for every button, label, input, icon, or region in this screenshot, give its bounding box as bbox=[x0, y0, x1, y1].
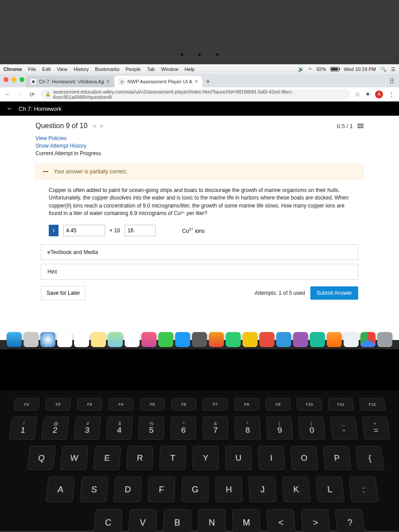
key-d: D bbox=[113, 477, 142, 502]
close-tab-icon[interactable]: × bbox=[195, 78, 198, 85]
tab-assessment[interactable]: ⊝ NWP Assessment Player UI A × bbox=[114, 76, 203, 87]
key-f5: F5 bbox=[140, 398, 165, 411]
address-bar[interactable]: 🔒 assessment.education.wiley.com/was/ui/… bbox=[41, 89, 350, 100]
bookmark-icon[interactable]: ☆ bbox=[354, 90, 360, 98]
tab-overflow-icon[interactable]: ⠿ bbox=[385, 75, 399, 87]
maximize-window-icon[interactable] bbox=[20, 77, 24, 82]
dock-finder-icon[interactable] bbox=[7, 332, 22, 347]
siri-icon[interactable]: ☰ bbox=[391, 66, 395, 72]
key-f10: F10 bbox=[296, 398, 322, 411]
key-?: ? bbox=[335, 509, 365, 532]
key-o: O bbox=[290, 446, 318, 470]
next-question-button[interactable]: > bbox=[100, 123, 103, 129]
battery-icon[interactable] bbox=[330, 67, 339, 71]
question-prompt: Copper is often added to paint for ocean… bbox=[49, 187, 350, 218]
menu-file[interactable]: File bbox=[28, 66, 36, 72]
chrome-window: ✱ Ch 7: Homework: Viridiana Ag × ⊝ NWP A… bbox=[0, 74, 399, 340]
answer-row: i × 10 Cu2+ ions bbox=[49, 225, 350, 236]
dock-app-icon[interactable] bbox=[209, 332, 224, 347]
key-f11: F11 bbox=[328, 398, 354, 411]
volume-icon[interactable]: 🔊 bbox=[298, 66, 304, 72]
wifi-icon[interactable]: ⌔ bbox=[309, 66, 312, 72]
dock-music-icon[interactable] bbox=[141, 332, 156, 347]
key-5: %5 bbox=[138, 417, 164, 440]
dock-app-icon[interactable] bbox=[344, 332, 359, 347]
close-tab-icon[interactable]: × bbox=[107, 78, 110, 85]
dock-appstore-icon[interactable] bbox=[175, 332, 190, 347]
extension-badge-icon[interactable]: A bbox=[375, 90, 383, 98]
dock-app-icon[interactable] bbox=[293, 332, 308, 347]
attempt-history-link[interactable]: Show Attempt History bbox=[35, 143, 364, 149]
dock-reminders-icon[interactable] bbox=[74, 332, 89, 347]
dock-calendar-icon[interactable] bbox=[57, 332, 72, 347]
back-button[interactable]: ← bbox=[4, 91, 12, 98]
clock[interactable]: Wed 10:19 PM bbox=[344, 66, 376, 72]
app-menu[interactable]: Chrome bbox=[4, 66, 22, 72]
key-p: P bbox=[323, 446, 352, 470]
menu-view[interactable]: View bbox=[57, 66, 67, 72]
dock-app-icon[interactable] bbox=[226, 332, 241, 347]
dock-chrome-icon[interactable] bbox=[360, 332, 376, 347]
app-header: ← Ch 7: Homework bbox=[0, 102, 399, 116]
forward-button[interactable]: → bbox=[16, 91, 24, 98]
menu-bookmarks[interactable]: Bookmarks bbox=[95, 66, 119, 72]
extensions-icon[interactable]: ✦ bbox=[365, 90, 371, 98]
menu-edit[interactable]: Edit bbox=[42, 66, 51, 72]
dock-app-icon[interactable] bbox=[259, 332, 274, 347]
submit-answer-button[interactable]: Submit Answer bbox=[310, 286, 358, 300]
menu-status: 🔊 ⌔ 92% Wed 10:19 PM 🔍 ☰ bbox=[298, 66, 395, 72]
key-f: F bbox=[148, 477, 176, 502]
question-list-icon[interactable] bbox=[357, 124, 364, 128]
new-tab-button[interactable]: + bbox=[202, 76, 213, 87]
menu-help[interactable]: Help bbox=[184, 66, 195, 72]
spotlight-icon[interactable]: 🔍 bbox=[380, 66, 387, 72]
chrome-menu-icon[interactable]: ⋮ bbox=[387, 91, 395, 98]
dock-maps-icon[interactable] bbox=[108, 332, 123, 347]
dock-trash-icon[interactable] bbox=[377, 332, 392, 347]
menu-items: Chrome File Edit View History Bookmarks … bbox=[4, 66, 195, 72]
key-<: < bbox=[266, 509, 296, 532]
menu-people[interactable]: People bbox=[125, 66, 141, 72]
view-policies-link[interactable]: View Policies bbox=[35, 135, 364, 141]
reload-button[interactable]: ⟳ bbox=[28, 91, 36, 98]
menu-history[interactable]: History bbox=[74, 66, 89, 72]
key-t: T bbox=[159, 446, 186, 470]
save-for-later-button[interactable]: Save for Later bbox=[41, 286, 86, 300]
prev-question-button[interactable]: < bbox=[93, 123, 96, 129]
dock-app-icon[interactable] bbox=[310, 332, 325, 347]
dock-app-icon[interactable] bbox=[276, 332, 291, 347]
dock-messages-icon[interactable] bbox=[158, 332, 173, 347]
coefficient-input[interactable] bbox=[63, 225, 105, 236]
dock-safari-icon[interactable] bbox=[40, 332, 55, 347]
browser-toolbar: ← → ⟳ 🔒 assessment.education.wiley.com/w… bbox=[0, 87, 399, 102]
dock-launchpad-icon[interactable] bbox=[23, 332, 39, 347]
dock-vlc-icon[interactable] bbox=[327, 332, 342, 347]
menu-tab[interactable]: Tab bbox=[147, 66, 155, 72]
dock-app-icon[interactable] bbox=[192, 332, 207, 347]
key-n: N bbox=[198, 509, 226, 532]
key-f1: F1 bbox=[13, 398, 40, 411]
minimize-window-icon[interactable] bbox=[12, 77, 16, 82]
dock-photos-icon[interactable] bbox=[125, 332, 140, 347]
attempts-text: Attempts: 1 of 5 used bbox=[255, 290, 305, 296]
key-u: U bbox=[225, 446, 252, 470]
tab-homework[interactable]: ✱ Ch 7: Homework: Viridiana Ag × bbox=[26, 76, 114, 87]
dock-notes-icon[interactable] bbox=[91, 332, 106, 347]
key--: _- bbox=[329, 417, 358, 440]
back-arrow-icon[interactable]: ← bbox=[6, 105, 13, 113]
key-r: R bbox=[126, 446, 153, 470]
hint-panel[interactable]: Hint bbox=[41, 264, 358, 280]
close-window-icon[interactable] bbox=[4, 77, 8, 82]
exponent-input[interactable] bbox=[125, 225, 156, 236]
keyboard: F1F2F3F4F5F6F7F8F9F10F11F12 !1@2#3$4%5^6… bbox=[0, 390, 399, 531]
mac-menu-bar: Chrome File Edit View History Bookmarks … bbox=[0, 64, 399, 74]
key-f9: F9 bbox=[265, 398, 291, 411]
info-icon[interactable]: i bbox=[49, 225, 59, 236]
breadcrumb: Ch 7: Homework bbox=[19, 106, 62, 112]
menu-window[interactable]: Window bbox=[161, 66, 178, 72]
footer-row: Save for Later Attempts: 1 of 5 used Sub… bbox=[41, 286, 358, 300]
key-8: *8 bbox=[235, 417, 261, 440]
etextbook-panel[interactable]: eTextbook and Media bbox=[41, 244, 358, 260]
dock-app-icon[interactable] bbox=[243, 332, 258, 347]
key-c: C bbox=[93, 509, 123, 532]
